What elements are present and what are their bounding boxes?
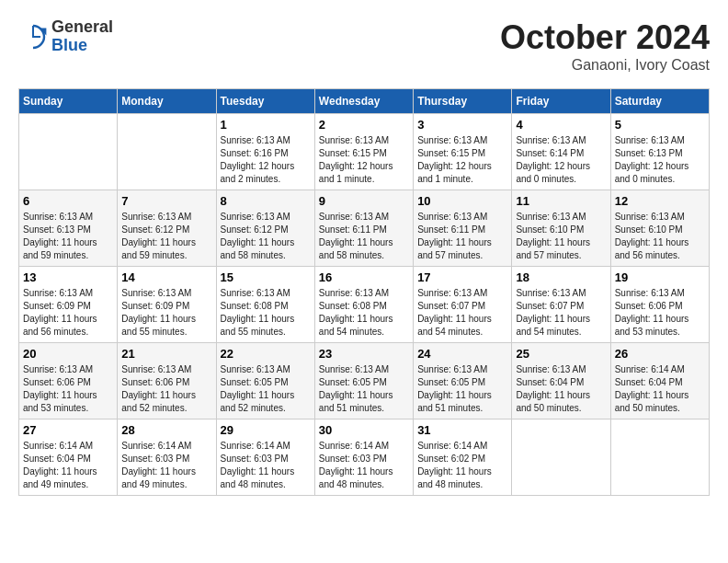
title-block: October 2024 Ganaoni, Ivory Coast [500, 18, 710, 74]
day-info: Sunrise: 6:13 AM Sunset: 6:08 PM Dayligh… [221, 287, 311, 339]
calendar-cell: 9Sunrise: 6:13 AM Sunset: 6:11 PM Daylig… [314, 190, 413, 267]
day-number: 23 [319, 347, 409, 361]
day-number: 18 [516, 270, 606, 284]
day-info: Sunrise: 6:13 AM Sunset: 6:04 PM Dayligh… [516, 363, 606, 415]
day-number: 21 [121, 347, 211, 361]
day-number: 19 [615, 270, 705, 284]
day-number: 22 [221, 347, 311, 361]
day-info: Sunrise: 6:13 AM Sunset: 6:16 PM Dayligh… [221, 134, 311, 186]
header-thursday: Thursday [414, 89, 512, 114]
calendar-cell: 23Sunrise: 6:13 AM Sunset: 6:05 PM Dayli… [314, 343, 413, 419]
calendar-cell: 11Sunrise: 6:13 AM Sunset: 6:10 PM Dayli… [512, 190, 610, 267]
calendar-cell: 5Sunrise: 6:13 AM Sunset: 6:13 PM Daylig… [610, 114, 709, 190]
weekday-header-row: Sunday Monday Tuesday Wednesday Thursday… [19, 89, 710, 114]
calendar-week-1: 1Sunrise: 6:13 AM Sunset: 6:16 PM Daylig… [19, 114, 710, 190]
calendar-week-3: 13Sunrise: 6:13 AM Sunset: 6:09 PM Dayli… [19, 267, 710, 343]
calendar-cell: 19Sunrise: 6:13 AM Sunset: 6:06 PM Dayli… [610, 267, 709, 343]
calendar-cell: 7Sunrise: 6:13 AM Sunset: 6:12 PM Daylig… [118, 190, 216, 267]
day-number: 30 [319, 423, 409, 437]
calendar-week-5: 27Sunrise: 6:14 AM Sunset: 6:04 PM Dayli… [19, 419, 710, 496]
day-number: 27 [23, 423, 113, 437]
day-info: Sunrise: 6:14 AM Sunset: 6:02 PM Dayligh… [417, 440, 507, 491]
day-number: 11 [516, 194, 606, 208]
calendar-cell [19, 114, 118, 190]
calendar-cell: 21Sunrise: 6:13 AM Sunset: 6:06 PM Dayli… [118, 343, 216, 419]
header-sunday: Sunday [19, 89, 118, 114]
calendar-cell: 25Sunrise: 6:13 AM Sunset: 6:04 PM Dayli… [512, 343, 610, 419]
calendar-cell: 16Sunrise: 6:13 AM Sunset: 6:08 PM Dayli… [314, 267, 413, 343]
day-number: 5 [615, 118, 705, 132]
calendar-cell: 1Sunrise: 6:13 AM Sunset: 6:16 PM Daylig… [216, 114, 314, 190]
day-number: 2 [319, 118, 409, 132]
logo-general-text: General [51, 18, 113, 37]
day-info: Sunrise: 6:13 AM Sunset: 6:07 PM Dayligh… [516, 287, 606, 339]
day-number: 13 [23, 270, 113, 284]
day-info: Sunrise: 6:14 AM Sunset: 6:03 PM Dayligh… [319, 440, 409, 491]
day-info: Sunrise: 6:13 AM Sunset: 6:12 PM Dayligh… [221, 211, 311, 262]
day-number: 8 [221, 194, 311, 208]
calendar-cell: 24Sunrise: 6:13 AM Sunset: 6:05 PM Dayli… [414, 343, 512, 419]
calendar-cell: 8Sunrise: 6:13 AM Sunset: 6:12 PM Daylig… [216, 190, 314, 267]
day-info: Sunrise: 6:13 AM Sunset: 6:12 PM Dayligh… [121, 211, 211, 262]
day-info: Sunrise: 6:14 AM Sunset: 6:03 PM Dayligh… [121, 440, 211, 491]
calendar-cell: 31Sunrise: 6:14 AM Sunset: 6:02 PM Dayli… [414, 419, 512, 496]
day-number: 10 [417, 194, 507, 208]
day-number: 16 [319, 270, 409, 284]
day-info: Sunrise: 6:13 AM Sunset: 6:06 PM Dayligh… [23, 363, 113, 415]
day-info: Sunrise: 6:13 AM Sunset: 6:09 PM Dayligh… [23, 287, 113, 339]
day-number: 17 [417, 270, 507, 284]
page-header: General Blue October 2024 Ganaoni, Ivory… [18, 18, 710, 74]
calendar-cell: 15Sunrise: 6:13 AM Sunset: 6:08 PM Dayli… [216, 267, 314, 343]
calendar-cell: 22Sunrise: 6:13 AM Sunset: 6:05 PM Dayli… [216, 343, 314, 419]
day-info: Sunrise: 6:13 AM Sunset: 6:13 PM Dayligh… [23, 211, 113, 262]
calendar-cell: 20Sunrise: 6:13 AM Sunset: 6:06 PM Dayli… [19, 343, 118, 419]
day-number: 25 [516, 347, 606, 361]
calendar-cell: 13Sunrise: 6:13 AM Sunset: 6:09 PM Dayli… [19, 267, 118, 343]
location-subtitle: Ganaoni, Ivory Coast [500, 57, 710, 74]
day-info: Sunrise: 6:13 AM Sunset: 6:11 PM Dayligh… [319, 211, 409, 262]
day-info: Sunrise: 6:13 AM Sunset: 6:05 PM Dayligh… [221, 363, 311, 415]
calendar-cell: 27Sunrise: 6:14 AM Sunset: 6:04 PM Dayli… [19, 419, 118, 496]
calendar-cell: 2Sunrise: 6:13 AM Sunset: 6:15 PM Daylig… [314, 114, 413, 190]
calendar-cell: 17Sunrise: 6:13 AM Sunset: 6:07 PM Dayli… [414, 267, 512, 343]
day-info: Sunrise: 6:14 AM Sunset: 6:03 PM Dayligh… [221, 440, 311, 491]
calendar-cell: 29Sunrise: 6:14 AM Sunset: 6:03 PM Dayli… [216, 419, 314, 496]
day-number: 29 [221, 423, 311, 437]
day-info: Sunrise: 6:14 AM Sunset: 6:04 PM Dayligh… [615, 363, 705, 415]
calendar-table: Sunday Monday Tuesday Wednesday Thursday… [18, 88, 710, 496]
header-friday: Friday [512, 89, 610, 114]
day-info: Sunrise: 6:13 AM Sunset: 6:15 PM Dayligh… [417, 134, 507, 186]
calendar-week-2: 6Sunrise: 6:13 AM Sunset: 6:13 PM Daylig… [19, 190, 710, 267]
day-info: Sunrise: 6:13 AM Sunset: 6:07 PM Dayligh… [417, 287, 507, 339]
day-number: 9 [319, 194, 409, 208]
day-info: Sunrise: 6:13 AM Sunset: 6:09 PM Dayligh… [121, 287, 211, 339]
calendar-cell: 4Sunrise: 6:13 AM Sunset: 6:14 PM Daylig… [512, 114, 610, 190]
day-number: 14 [121, 270, 211, 284]
day-info: Sunrise: 6:13 AM Sunset: 6:06 PM Dayligh… [615, 287, 705, 339]
day-info: Sunrise: 6:13 AM Sunset: 6:14 PM Dayligh… [516, 134, 606, 186]
day-number: 12 [615, 194, 705, 208]
header-monday: Monday [118, 89, 216, 114]
calendar-cell: 26Sunrise: 6:14 AM Sunset: 6:04 PM Dayli… [610, 343, 709, 419]
day-info: Sunrise: 6:13 AM Sunset: 6:15 PM Dayligh… [319, 134, 409, 186]
day-number: 31 [417, 423, 507, 437]
calendar-cell: 30Sunrise: 6:14 AM Sunset: 6:03 PM Dayli… [314, 419, 413, 496]
day-info: Sunrise: 6:13 AM Sunset: 6:06 PM Dayligh… [121, 363, 211, 415]
day-info: Sunrise: 6:13 AM Sunset: 6:11 PM Dayligh… [417, 211, 507, 262]
day-info: Sunrise: 6:13 AM Sunset: 6:10 PM Dayligh… [615, 211, 705, 262]
header-wednesday: Wednesday [314, 89, 413, 114]
calendar-week-4: 20Sunrise: 6:13 AM Sunset: 6:06 PM Dayli… [19, 343, 710, 419]
calendar-cell [512, 419, 610, 496]
calendar-cell: 28Sunrise: 6:14 AM Sunset: 6:03 PM Dayli… [118, 419, 216, 496]
day-number: 3 [417, 118, 507, 132]
logo-blue-text: Blue [51, 37, 113, 55]
day-info: Sunrise: 6:13 AM Sunset: 6:08 PM Dayligh… [319, 287, 409, 339]
header-saturday: Saturday [610, 89, 709, 114]
header-tuesday: Tuesday [216, 89, 314, 114]
calendar-cell: 14Sunrise: 6:13 AM Sunset: 6:09 PM Dayli… [118, 267, 216, 343]
day-number: 20 [23, 347, 113, 361]
day-info: Sunrise: 6:14 AM Sunset: 6:04 PM Dayligh… [23, 440, 113, 491]
day-number: 28 [121, 423, 211, 437]
day-number: 4 [516, 118, 606, 132]
day-number: 6 [23, 194, 113, 208]
